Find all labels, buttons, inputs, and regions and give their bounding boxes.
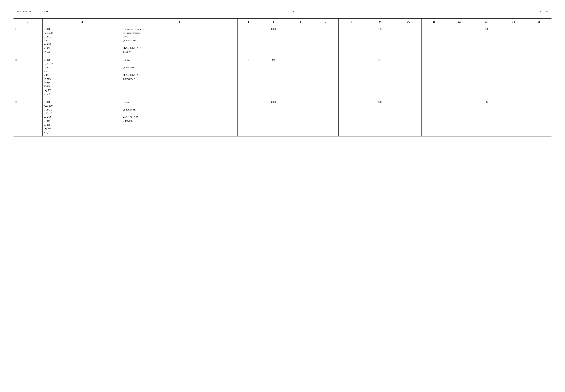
row-ref-12: 23-IOп.29-237ССРСЦч.ут.IOк=0,95к=0,923-I…	[42, 56, 122, 98]
row-unit-11: т	[237, 25, 259, 56]
table-row: I3. 23-IOп.29-I50ССРСЦч.У т.IOк=0,95к=0,…	[14, 98, 551, 137]
row-col6-11: –	[288, 25, 313, 56]
row-col5-12: 0,0I	[259, 56, 288, 98]
row-col5-11: 0,03	[259, 25, 288, 56]
row-unit-12: т	[237, 56, 259, 98]
col-header-12: I2	[447, 18, 472, 25]
table-row: I2. 23-IOп.29-237ССРСЦч.ут.IOк=0,95к=0,9…	[14, 56, 551, 98]
page-header: 903-I-0230.86 Ал.VI -33- 21772 - 06	[14, 10, 551, 13]
row-col13-13: I8	[472, 98, 501, 137]
col-header-4: 4	[237, 18, 259, 25]
main-table: I 2 3 4 5 6 7 8 9 IO II I2 I3 I4 I5 II. …	[14, 18, 551, 137]
row-col14-13: –	[501, 98, 526, 137]
row-col8-12: –	[338, 56, 364, 98]
row-col9-11: IIIO	[364, 25, 396, 56]
col-header-6: 6	[288, 18, 313, 25]
row-col5-13: 0,03	[259, 98, 288, 137]
row-num-12: I2.	[14, 56, 42, 98]
sheet-code: Ал.VI	[42, 10, 48, 13]
row-col11-12: –	[421, 56, 447, 98]
col-header-8: 8	[338, 18, 364, 25]
table-header-row: I 2 3 4 5 6 7 8 9 IO II I2 I3 I4 I5	[14, 18, 551, 25]
page-marker: -33-	[290, 10, 295, 13]
row-col9-12: IO7I	[364, 56, 396, 98]
col-header-10: IO	[396, 18, 421, 25]
col-header-1: I	[14, 18, 42, 25]
row-desc-11: То же, из стальныхэлектросварныхтрубД 32…	[122, 25, 237, 56]
col-header-9: 9	[364, 18, 396, 25]
col-header-2: 2	[42, 18, 122, 25]
row-col12-11: –	[447, 25, 472, 56]
row-col15-11: –	[526, 25, 551, 56]
right-code: 21772 - 06	[537, 10, 548, 13]
row-col7-12: –	[313, 56, 338, 98]
row-col15-13: –	[526, 98, 551, 137]
row-col14-11: –	[501, 25, 526, 56]
col-header-7: 7	[313, 18, 338, 25]
row-col12-12: –	[447, 56, 472, 98]
row-ref-11: 23-IOп.29-233ССРСЦч.У т.IOк=0,95к=0,9к=I…	[42, 25, 122, 56]
row-col6-13: –	[288, 98, 313, 137]
col-header-5: 5	[259, 18, 288, 25]
col-header-11: II	[421, 18, 447, 25]
col-header-15: I5	[526, 18, 551, 25]
row-col8-13: –	[338, 98, 364, 137]
col-header-14: I4	[501, 18, 526, 25]
row-col11-13: –	[421, 98, 447, 137]
row-col7-11: –	[313, 25, 338, 56]
row-col10-13: –	[396, 98, 421, 137]
row-col9-13: 59I	[364, 98, 396, 137]
row-col10-12: –	[396, 56, 421, 98]
row-col13-11: 33	[472, 25, 501, 56]
row-desc-13: То же,Д 40x2,5 мм6IOxI,08x0,95xx0,9xI,05…	[122, 98, 237, 137]
doc-number: 903-I-0230.86	[17, 10, 31, 13]
row-col8-11: –	[338, 25, 364, 56]
row-unit-13: т	[237, 98, 259, 137]
row-col6-12: –	[288, 56, 313, 98]
row-col11-11: –	[421, 25, 447, 56]
row-col7-13: –	[313, 98, 338, 137]
col-header-13: I3	[472, 18, 501, 25]
row-col14-12: –	[501, 56, 526, 98]
row-desc-12: То же,Д 38x2 ммII05xI,08x0,95xx0,9xI,05 …	[122, 56, 237, 98]
row-col12-13: –	[447, 98, 472, 137]
row-num-13: I3.	[14, 98, 42, 137]
row-num-11: II.	[14, 25, 42, 56]
row-col10-11: –	[396, 25, 421, 56]
row-col13-12: II	[472, 56, 501, 98]
row-col15-12: –	[526, 56, 551, 98]
col-header-3: 3	[122, 18, 237, 25]
row-ref-13: 23-IOп.29-I50ССРСЦч.У т.IOк=0,95к=0,923-…	[42, 98, 122, 137]
table-row: II. 23-IOп.29-233ССРСЦч.У т.IOк=0,95к=0,…	[14, 25, 551, 56]
